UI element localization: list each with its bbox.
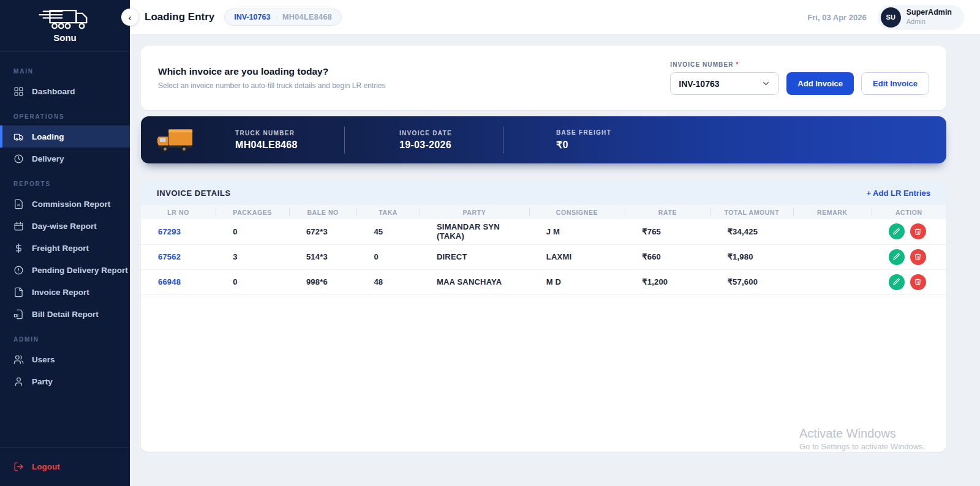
sidebar-item-label: Users (32, 355, 55, 364)
sidebar-item-delivery[interactable]: Delivery (0, 148, 130, 170)
table-row: 67562 3 514*3 0 DIRECT LAXMI ₹660 ₹1,980 (141, 244, 946, 269)
banner-field-value: MH04LE8468 (235, 140, 344, 151)
cell-action (872, 269, 946, 294)
edit-row-button[interactable] (889, 274, 905, 290)
brand: Sonu (0, 0, 130, 52)
sidebar-item-dashboard[interactable]: Dashboard (0, 80, 130, 102)
invoice-selector-card: Which invoice are you loading today? Sel… (141, 46, 946, 110)
badge-invoice-number: INV-10763 (234, 13, 270, 21)
cell-taka: 45 (356, 219, 420, 244)
sidebar-item-label: Bill Detail Report (32, 310, 99, 319)
trash-icon (914, 278, 922, 286)
cell-action (872, 244, 946, 269)
banner-field-invoice-date: INVOICE DATE 19-03-2026 (345, 130, 503, 151)
required-asterisk: * (736, 61, 739, 68)
cell-packages: 0 (216, 269, 289, 294)
sidebar-item-bill-detail-report[interactable]: Bill Detail Report (0, 303, 130, 325)
cell-total-amount: ₹57,600 (710, 269, 793, 294)
sidebar-item-daywise-report[interactable]: Day-wise Report (0, 215, 130, 237)
sidebar-item-pending-delivery-report[interactable]: Pending Delivery Report (0, 259, 130, 281)
sidebar-nav: MAIN Dashboard OPERATIONS Loading Delive… (0, 52, 130, 447)
banner-field-value: ₹0 (556, 139, 930, 151)
col-header-bale-no: BALE NO (289, 205, 356, 219)
cell-party: DIRECT (420, 244, 529, 269)
sidebar-item-commission-report[interactable]: Commission Report (0, 193, 130, 215)
sidebar-item-loading[interactable]: Loading (0, 125, 130, 148)
brand-name: Sonu (0, 32, 130, 43)
cell-lr-no: 67562 (141, 244, 216, 269)
cell-remark (793, 219, 872, 244)
edit-row-button[interactable] (889, 249, 905, 265)
cell-total-amount: ₹34,425 (710, 219, 793, 244)
cell-packages: 3 (216, 244, 289, 269)
page-title: Loading Entry (145, 11, 214, 23)
file-icon (13, 287, 24, 297)
pencil-icon (892, 228, 900, 236)
sidebar-item-label: Pending Delivery Report (32, 266, 128, 275)
user-menu[interactable]: SU SuperAdmin Admin (878, 5, 964, 30)
cell-taka: 0 (356, 244, 420, 269)
pencil-icon (892, 253, 900, 261)
sidebar-item-freight-report[interactable]: Freight Report (0, 237, 130, 259)
invoice-number-select[interactable]: INV-10763 (670, 72, 779, 95)
banner-field-label: INVOICE DATE (399, 130, 503, 136)
section-label-reports: REPORTS (0, 170, 130, 193)
invoice-number-label-text: INVOICE NUMBER (670, 61, 733, 68)
cell-rate: ₹765 (625, 219, 710, 244)
invoice-selector-text: Which invoice are you loading today? Sel… (158, 66, 386, 90)
trash-icon (914, 228, 922, 236)
add-lr-entries-link[interactable]: + Add LR Entries (866, 189, 930, 198)
cell-party: SIMANDAR SYN (TAKA) (420, 219, 529, 244)
cell-lr-no: 66948 (141, 269, 216, 294)
table-header-row: LR NO PACKAGES BALE NO TAKA PARTY CONSIG… (141, 205, 946, 219)
sidebar-item-label: Dashboard (32, 87, 75, 96)
truck-icon (13, 132, 24, 142)
file-digit-icon (13, 309, 24, 320)
badge-separator-dot: · (275, 13, 277, 21)
col-header-remark: REMARK (793, 205, 872, 219)
logout-button[interactable]: Logout (0, 455, 130, 477)
delete-row-button[interactable] (910, 223, 926, 239)
sidebar-item-label: Invoice Report (32, 288, 89, 297)
cell-packages: 0 (216, 219, 289, 244)
sidebar-item-party[interactable]: Party (0, 370, 130, 392)
cell-bale-no: 998*6 (289, 269, 356, 294)
dashboard-icon (13, 86, 24, 97)
sidebar-item-invoice-report[interactable]: Invoice Report (0, 281, 130, 303)
invoice-details-table: LR NO PACKAGES BALE NO TAKA PARTY CONSIG… (141, 205, 946, 295)
cell-consignee: J M (529, 219, 625, 244)
calendar-icon (13, 221, 24, 231)
col-header-party: PARTY (420, 205, 529, 219)
section-label-admin: ADMIN (0, 325, 130, 348)
banner-field-label: BASE FREIGHT (556, 129, 930, 136)
banner-field-truck-number: TRUCK NUMBER MH04LE8468 (235, 130, 344, 151)
file-text-icon (13, 199, 24, 209)
users-icon (13, 354, 24, 365)
section-label-operations: OPERATIONS (0, 102, 130, 125)
clock-alert-icon (13, 265, 24, 275)
content: Which invoice are you loading today? Sel… (130, 35, 980, 486)
lr-no-link[interactable]: 66948 (158, 277, 181, 286)
cell-party: MAA SANCHAYA (420, 269, 529, 294)
sidebar-item-users[interactable]: Users (0, 348, 130, 370)
sidebar-item-label: Party (32, 377, 53, 386)
banner-field-value: 19-03-2026 (399, 140, 503, 151)
add-invoice-button[interactable]: Add Invoice (786, 72, 854, 95)
sidebar-collapse-button[interactable]: ‹ (121, 9, 138, 26)
lr-no-link[interactable]: 67562 (158, 252, 181, 261)
col-header-lr-no: LR NO (141, 205, 216, 219)
logout-section: Logout (0, 447, 130, 486)
avatar: SU (881, 7, 901, 28)
lr-no-link[interactable]: 67293 (158, 227, 181, 236)
invoice-truck-badge: INV-10763 · MH04LE8468 (224, 9, 342, 26)
invoice-number-label: INVOICE NUMBER * (670, 61, 929, 68)
edit-row-button[interactable] (889, 223, 905, 239)
user-icon (13, 376, 24, 387)
cell-rate: ₹1,200 (625, 269, 710, 294)
cell-consignee: LAXMI (529, 244, 625, 269)
banner-field-base-freight: BASE FREIGHT ₹0 (503, 129, 930, 151)
delete-row-button[interactable] (910, 249, 926, 265)
delete-row-button[interactable] (910, 274, 926, 290)
edit-invoice-button[interactable]: Edit Invoice (861, 72, 929, 95)
user-role: Admin (907, 18, 952, 26)
